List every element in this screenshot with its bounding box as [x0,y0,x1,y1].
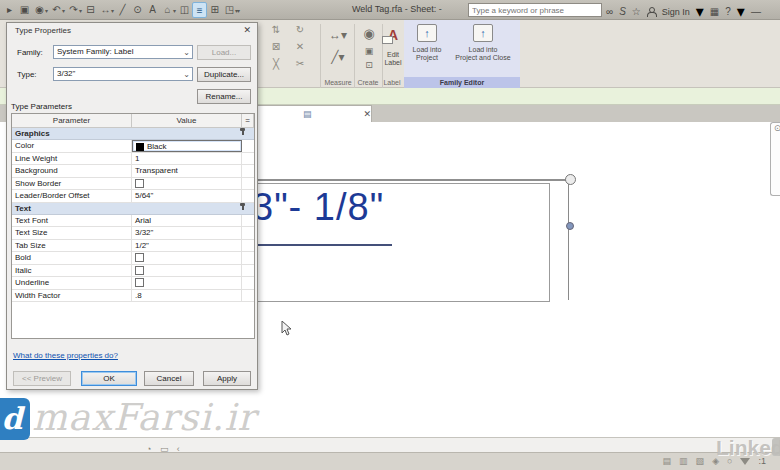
trim-icon[interactable]: ✂ [288,58,312,75]
label-underline [250,244,392,246]
steering-wheel-icon[interactable]: ⊙ [774,123,780,133]
label-panel-label: Label [380,78,404,88]
close-view-icon[interactable]: ✕ [364,109,372,119]
dimension-tool-icon[interactable]: ╱▾ [324,50,352,64]
redo-caret-icon[interactable]: ▾ [79,7,82,14]
table-row[interactable]: Bold [12,252,254,265]
sign-in-button[interactable]: Sign In [662,7,690,17]
measure-tool-icon[interactable]: ↔▾ [324,28,352,42]
favorites-icon[interactable]: ☆ [632,6,641,17]
search-icon[interactable]: ∞ [606,6,613,17]
table-row[interactable]: Text Font Arial [12,215,254,228]
table-row[interactable]: Text Size 3/32" [12,227,254,240]
create-detail-icon[interactable]: ⊡ [356,60,382,70]
view-tab[interactable]: ▤ ✕ [240,105,372,122]
selection-filter-icon[interactable] [740,458,750,465]
view-document-icon: ▤ [303,109,312,119]
text-icon[interactable]: A [145,2,160,18]
app-store-icon[interactable]: ▦ [710,6,719,17]
mirror-icon[interactable]: ⊠ [264,41,288,58]
table-row[interactable]: Width Factor .8 [12,290,254,303]
group-header-graphics[interactable]: Graphics [12,128,254,140]
family-caret-icon: ⌄ [183,47,190,59]
open-caret-icon[interactable]: ▾ [45,7,48,14]
section-icon[interactable]: ◫ [177,2,192,18]
bold-checkbox[interactable] [135,253,144,262]
apply-button[interactable]: Apply [203,371,251,386]
help-icon[interactable]: ? [725,6,731,17]
pin-icon[interactable] [242,131,244,135]
table-row[interactable]: Underline [12,277,254,290]
delete-icon[interactable]: ✕ [288,41,312,58]
save-icon[interactable]: ▣ [17,2,32,18]
title-bar: ▸ ▣ ◉▾ ↶▾ ↷▾ ⊟ ↔▾ ╱ ⊙ A ⌂▾ ◫ ≡ ⊞ ◳▾ ▾ We… [0,0,780,20]
thin-lines-icon[interactable]: ≡ [192,2,207,18]
dialog-title: Type Properties [15,26,71,35]
create-group-icon[interactable]: ◉ [356,26,382,41]
table-row[interactable]: Show Border [12,178,254,191]
rotate-icon[interactable]: ↻ [288,24,312,41]
window-title: Weld Tag.rfa - Sheet: - [352,4,442,14]
split-icon[interactable]: ╳ [264,58,288,75]
rename-button[interactable]: Rename... [197,89,251,104]
color-value-cell[interactable]: Black [132,140,242,152]
navigation-bar[interactable]: ⊙ [770,122,780,196]
italic-checkbox[interactable] [135,266,144,275]
table-row[interactable]: Background Transparent [12,165,254,178]
duplicate-button[interactable]: Duplicate... [197,67,251,82]
copy-icon[interactable]: ⇅ [264,24,288,41]
zoom-icon[interactable]: ⊙ [130,2,145,18]
aligned-dimension-icon[interactable]: ╱ [115,2,130,18]
family-select[interactable]: System Family: Label⌄ [53,45,193,59]
table-row[interactable]: Leader/Border Offset 5/64" [12,190,254,203]
table-row[interactable]: Line Weight 1 [12,153,254,166]
cancel-button[interactable]: Cancel [144,371,194,386]
help-caret-icon[interactable]: ▾ [737,2,745,21]
load-into-project-and-close-button[interactable]: ↑ Load intoProject and Close [448,24,518,62]
preview-button[interactable]: << Preview [13,371,71,386]
type-select[interactable]: 3/32"⌄ [53,67,193,81]
underline-checkbox[interactable] [135,278,144,287]
show-border-checkbox[interactable] [135,179,144,188]
3d-caret-icon[interactable]: ▾ [173,7,176,14]
sort-icon[interactable]: = [242,114,254,127]
create-panel-label: Create [354,78,382,88]
properties-help-link[interactable]: What do these properties do? [13,351,118,360]
search-input[interactable] [468,3,602,17]
measure-caret-icon[interactable]: ▾ [111,7,114,14]
editable-only-icon[interactable]: ○ [727,456,732,466]
pin-icon[interactable] [242,206,244,210]
table-row[interactable]: Color Black [12,140,254,153]
edit-label-button[interactable]: A EditLabel [383,26,403,67]
worksets-icon[interactable]: ▤ [663,456,672,466]
group-header-text[interactable]: Text [12,203,254,215]
table-header: Parameter Value = [12,114,254,128]
selected-label-text[interactable]: 3"- 1/8" [252,186,384,229]
drag-grip[interactable] [566,222,574,230]
user-icon[interactable] [647,7,656,16]
view-control-and-scrollbar[interactable]: ◔ ▭ ‹ [0,437,780,452]
load-into-project-and-close-icon: ↑ [480,27,486,39]
table-row[interactable]: Tab Size 1/2" [12,240,254,253]
family-label: Family: [17,48,43,57]
dialog-close-icon[interactable]: ✕ [243,25,251,35]
exclude-options-icon[interactable]: ▧ [696,456,705,466]
app-menu-icon[interactable]: ▸ [2,2,17,18]
create-similar-icon[interactable]: ▣ [356,46,382,56]
design-options-icon[interactable]: ▥ [679,456,688,466]
load-into-project-button[interactable]: ↑ Load intoProject [408,24,446,62]
load-button[interactable]: Load... [197,45,251,60]
close-hidden-windows-icon[interactable]: ⊞ [207,2,222,18]
undo-caret-icon[interactable]: ▾ [62,7,65,14]
label-drag-bar[interactable] [568,180,569,300]
measure-panel-label: Measure [318,78,358,88]
customize-qat-icon[interactable]: ▾ [237,7,240,14]
exchange-apps-icon[interactable]: S [619,6,626,17]
rotate-grip[interactable] [565,174,576,185]
table-row[interactable]: Italic [12,265,254,278]
press-drag-icon[interactable]: ◈ [712,456,719,466]
signin-caret-icon[interactable]: ▾ [696,2,704,21]
minimize-button[interactable]: — [751,6,761,17]
print-icon[interactable]: ⊟ [83,2,98,18]
ok-button[interactable]: OK [81,371,137,386]
